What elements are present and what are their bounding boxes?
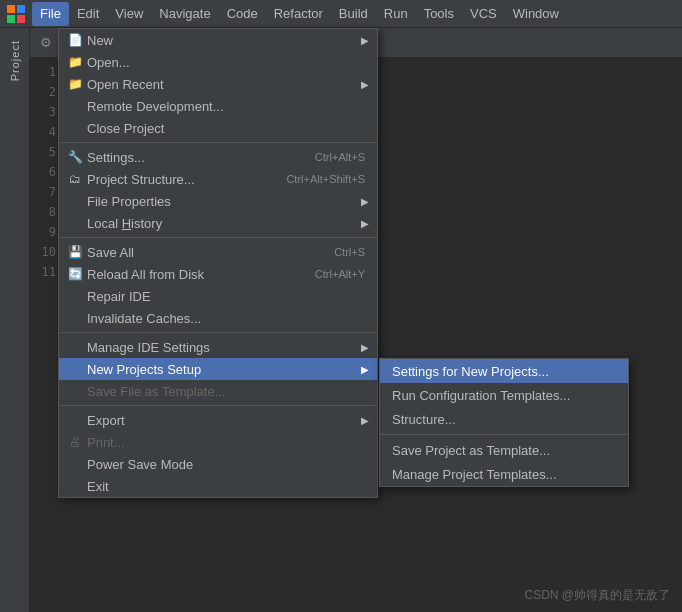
app-logo [4,2,28,26]
separator-3 [59,332,377,333]
menu-item-repair-ide[interactable]: Repair IDE [59,285,377,307]
separator-1 [59,142,377,143]
menu-item-label: Settings... [87,150,295,165]
menu-item-label: Save All [87,245,314,260]
menu-item-save-template[interactable]: Save File as Template... [59,380,377,402]
menu-build[interactable]: Build [331,2,376,26]
submenu-item-label: Run Configuration Templates... [392,388,570,403]
menu-item-label: Export [87,413,365,428]
menu-item-open-recent[interactable]: 📁 Open Recent ▶ [59,73,377,95]
menu-item-label: Repair IDE [87,289,365,304]
menu-item-local-history[interactable]: Local History ▶ [59,212,377,234]
save-all-icon: 💾 [67,245,83,259]
menu-item-label: Local History [87,216,365,231]
submenu-item-label: Settings for New Projects... [392,364,549,379]
menu-item-exit[interactable]: Exit [59,475,377,497]
menu-item-close-project[interactable]: Close Project [59,117,377,139]
menu-item-label: Reload All from Disk [87,267,295,282]
menu-vcs[interactable]: VCS [462,2,505,26]
submenu-arrow: ▶ [361,364,369,375]
file-menu-dropdown[interactable]: 📄 New ▶ 📁 Open... 📁 Open Recent ▶ Remote… [58,28,378,498]
new-projects-submenu[interactable]: Settings for New Projects... Run Configu… [379,358,629,487]
submenu-item-settings-new[interactable]: Settings for New Projects... [380,359,628,383]
submenu-item-structure[interactable]: Structure... [380,407,628,431]
menu-item-label: Power Save Mode [87,457,365,472]
sidebar-label: Project [9,40,21,81]
menu-refactor[interactable]: Refactor [266,2,331,26]
submenu-separator [380,434,628,435]
submenu-item-label: Save Project as Template... [392,443,550,458]
reload-icon: 🔄 [67,267,83,281]
menu-file[interactable]: File [32,2,69,26]
watermark: CSDN @帅得真的是无敌了 [524,587,670,604]
submenu-arrow: ▶ [361,79,369,90]
menu-item-label: Print... [87,435,365,450]
menu-item-new-projects-setup[interactable]: New Projects Setup ▶ Settings for New Pr… [59,358,377,380]
print-icon: 🖨 [67,435,83,449]
svg-rect-2 [7,15,15,23]
submenu-arrow: ▶ [361,35,369,46]
submenu-item-run-config[interactable]: Run Configuration Templates... [380,383,628,407]
editor-settings-icon[interactable]: ⚙ [34,31,58,55]
submenu-arrow: ▶ [361,415,369,426]
menu-item-label: File Properties [87,194,365,209]
menu-item-manage-ide[interactable]: Manage IDE Settings ▶ [59,336,377,358]
menu-item-label: New [87,33,365,48]
open-icon: 📁 [67,55,83,69]
submenu-arrow: ▶ [361,196,369,207]
menu-item-save-all[interactable]: 💾 Save All Ctrl+S [59,241,377,263]
menu-item-print[interactable]: 🖨 Print... [59,431,377,453]
shortcut-label: Ctrl+Alt+S [315,151,365,163]
shortcut-label: Ctrl+Alt+Shift+S [286,173,365,185]
separator-4 [59,405,377,406]
menu-bar: File Edit View Navigate Code Refactor Bu… [0,0,682,28]
menu-item-new[interactable]: 📄 New ▶ [59,29,377,51]
menu-item-label: Open... [87,55,365,70]
menu-view[interactable]: View [107,2,151,26]
open-recent-icon: 📁 [67,77,83,91]
project-structure-icon: 🗂 [67,172,83,186]
submenu-item-manage-templates[interactable]: Manage Project Templates... [380,462,628,486]
new-icon: 📄 [67,33,83,47]
submenu-arrow: ▶ [361,218,369,229]
submenu-item-label: Manage Project Templates... [392,467,557,482]
menu-item-label: Invalidate Caches... [87,311,365,326]
settings-icon: 🔧 [67,150,83,164]
menu-run[interactable]: Run [376,2,416,26]
menu-item-label: Manage IDE Settings [87,340,365,355]
project-sidebar: Project [0,28,30,612]
menu-item-project-structure[interactable]: 🗂 Project Structure... Ctrl+Alt+Shift+S [59,168,377,190]
menu-item-label: New Projects Setup [87,362,365,377]
menu-item-label: Project Structure... [87,172,266,187]
separator-2 [59,237,377,238]
menu-item-label: Close Project [87,121,365,136]
svg-rect-3 [17,15,25,23]
menu-item-label: Save File as Template... [87,384,365,399]
svg-rect-0 [7,5,15,13]
menu-item-label: Remote Development... [87,99,365,114]
shortcut-label: Ctrl+S [334,246,365,258]
menu-item-remote-dev[interactable]: Remote Development... [59,95,377,117]
shortcut-label: Ctrl+Alt+Y [315,268,365,280]
menu-item-settings[interactable]: 🔧 Settings... Ctrl+Alt+S [59,146,377,168]
menu-window[interactable]: Window [505,2,567,26]
svg-rect-1 [17,5,25,13]
submenu-item-label: Structure... [392,412,456,427]
menu-item-file-properties[interactable]: File Properties ▶ [59,190,377,212]
menu-code[interactable]: Code [219,2,266,26]
submenu-item-save-proj-template[interactable]: Save Project as Template... [380,438,628,462]
menu-item-label: Exit [87,479,365,494]
menu-item-invalidate-caches[interactable]: Invalidate Caches... [59,307,377,329]
menu-item-power-save[interactable]: Power Save Mode [59,453,377,475]
submenu-arrow: ▶ [361,342,369,353]
menu-item-export[interactable]: Export ▶ [59,409,377,431]
menu-navigate[interactable]: Navigate [151,2,218,26]
menu-tools[interactable]: Tools [416,2,462,26]
menu-edit[interactable]: Edit [69,2,107,26]
menu-item-open[interactable]: 📁 Open... [59,51,377,73]
menu-item-reload[interactable]: 🔄 Reload All from Disk Ctrl+Alt+Y [59,263,377,285]
menu-item-label: Open Recent [87,77,365,92]
